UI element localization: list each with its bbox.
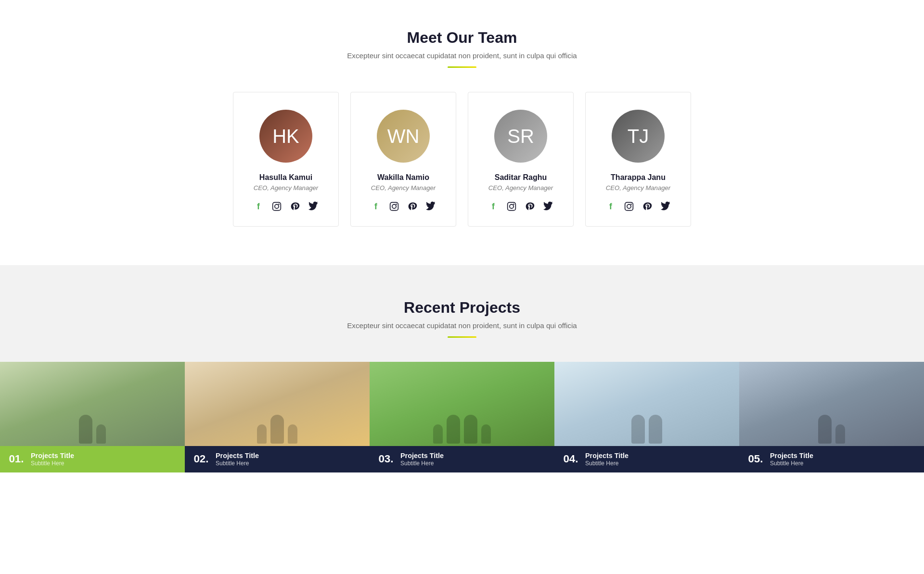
project-figure: [257, 415, 297, 444]
projects-title: Recent Projects: [0, 299, 924, 317]
team-card: HK Hasulla Kamui CEO, Agency Manager f: [233, 92, 339, 227]
svg-point-11: [630, 204, 632, 205]
twitter-icon[interactable]: [307, 200, 320, 213]
project-text: Projects Title Subtitle Here: [216, 452, 259, 467]
facebook-icon[interactable]: f: [487, 200, 500, 213]
project-label: 05. Projects Title Subtitle Here: [739, 446, 924, 472]
member-name: Tharappa Janu: [611, 173, 666, 182]
project-figure: [818, 415, 845, 444]
facebook-icon[interactable]: f: [370, 200, 382, 213]
twitter-icon[interactable]: [424, 200, 437, 213]
social-links: f: [370, 200, 437, 213]
project-label: 01. Projects Title Subtitle Here: [0, 446, 185, 472]
social-links: f: [487, 200, 554, 213]
projects-section: Recent Projects Excepteur sint occaecat …: [0, 265, 924, 472]
svg-rect-3: [390, 203, 398, 211]
project-text: Projects Title Subtitle Here: [400, 452, 444, 467]
project-title: Projects Title: [770, 452, 813, 460]
instagram-icon[interactable]: [505, 200, 518, 213]
team-grid: HK Hasulla Kamui CEO, Agency Manager f: [173, 92, 751, 227]
pinterest-icon[interactable]: [406, 200, 419, 213]
team-card: WN Wakilla Namio CEO, Agency Manager f: [350, 92, 456, 227]
projects-grid: 01. Projects Title Subtitle Here 02. Pro…: [0, 362, 924, 472]
project-title: Projects Title: [216, 452, 259, 460]
member-name: Wakilla Namio: [377, 173, 429, 182]
member-role: CEO, Agency Manager: [371, 184, 436, 191]
team-card: SR Saditar Raghu CEO, Agency Manager f: [468, 92, 574, 227]
avatar: TJ: [612, 110, 665, 163]
avatar: SR: [494, 110, 547, 163]
project-subtitle: Subtitle Here: [585, 460, 629, 467]
project-text: Projects Title Subtitle Here: [770, 452, 813, 467]
project-text: Projects Title Subtitle Here: [585, 452, 629, 467]
project-title: Projects Title: [400, 452, 444, 460]
twitter-icon[interactable]: [542, 200, 554, 213]
project-title: Projects Title: [31, 452, 74, 460]
pinterest-icon[interactable]: [641, 200, 654, 213]
project-figure: [79, 415, 106, 444]
svg-rect-9: [625, 203, 633, 211]
project-subtitle: Subtitle Here: [770, 460, 813, 467]
svg-point-8: [513, 204, 514, 205]
project-number: 04.: [562, 453, 579, 465]
projects-subtitle: Excepteur sint occaecat cupidatat non pr…: [0, 321, 924, 330]
team-subtitle: Excepteur sint occaecat cupidatat non pr…: [10, 51, 914, 60]
instagram-icon[interactable]: [388, 200, 400, 213]
project-card[interactable]: 03. Projects Title Subtitle Here: [370, 362, 554, 472]
member-role: CEO, Agency Manager: [254, 184, 318, 191]
project-number: 02.: [192, 453, 210, 465]
project-subtitle: Subtitle Here: [31, 460, 74, 467]
facebook-icon[interactable]: f: [252, 200, 265, 213]
avatar: HK: [259, 110, 312, 163]
project-number: 05.: [747, 453, 764, 465]
instagram-icon[interactable]: [270, 200, 283, 213]
svg-rect-6: [508, 203, 516, 211]
avatar-image: SR: [494, 110, 547, 163]
avatar-image: WN: [377, 110, 430, 163]
member-name: Hasulla Kamui: [259, 173, 312, 182]
social-links: f: [604, 200, 672, 213]
project-label: 02. Projects Title Subtitle Here: [185, 446, 370, 472]
social-links: f: [252, 200, 320, 213]
svg-point-4: [392, 204, 396, 208]
project-figure: [433, 415, 491, 444]
avatar-image: TJ: [612, 110, 665, 163]
project-title: Projects Title: [585, 452, 629, 460]
twitter-icon[interactable]: [659, 200, 672, 213]
project-figure: [631, 415, 662, 444]
team-title: Meet Our Team: [10, 29, 914, 47]
project-text: Projects Title Subtitle Here: [31, 452, 74, 467]
team-section: Meet Our Team Excepteur sint occaecat cu…: [0, 0, 924, 265]
project-number: 01.: [8, 453, 25, 465]
project-card[interactable]: 04. Projects Title Subtitle Here: [554, 362, 739, 472]
project-label: 03. Projects Title Subtitle Here: [370, 446, 554, 472]
svg-point-2: [278, 204, 280, 205]
project-label: 04. Projects Title Subtitle Here: [554, 446, 739, 472]
team-divider: [448, 66, 476, 68]
svg-rect-0: [273, 203, 281, 211]
projects-divider: [448, 336, 476, 338]
svg-point-1: [275, 204, 279, 208]
svg-point-5: [396, 204, 397, 205]
project-card[interactable]: 02. Projects Title Subtitle Here: [185, 362, 370, 472]
svg-point-7: [510, 204, 513, 208]
project-subtitle: Subtitle Here: [400, 460, 444, 467]
svg-point-10: [627, 204, 631, 208]
instagram-icon[interactable]: [623, 200, 635, 213]
facebook-icon[interactable]: f: [604, 200, 617, 213]
project-card[interactable]: 01. Projects Title Subtitle Here: [0, 362, 185, 472]
team-card: TJ Tharappa Janu CEO, Agency Manager f: [585, 92, 691, 227]
project-card[interactable]: 05. Projects Title Subtitle Here: [739, 362, 924, 472]
member-name: Saditar Raghu: [495, 173, 547, 182]
project-subtitle: Subtitle Here: [216, 460, 259, 467]
pinterest-icon[interactable]: [524, 200, 536, 213]
avatar-image: HK: [259, 110, 312, 163]
pinterest-icon[interactable]: [289, 200, 301, 213]
avatar: WN: [377, 110, 430, 163]
member-role: CEO, Agency Manager: [606, 184, 670, 191]
project-number: 03.: [377, 453, 395, 465]
member-role: CEO, Agency Manager: [488, 184, 553, 191]
